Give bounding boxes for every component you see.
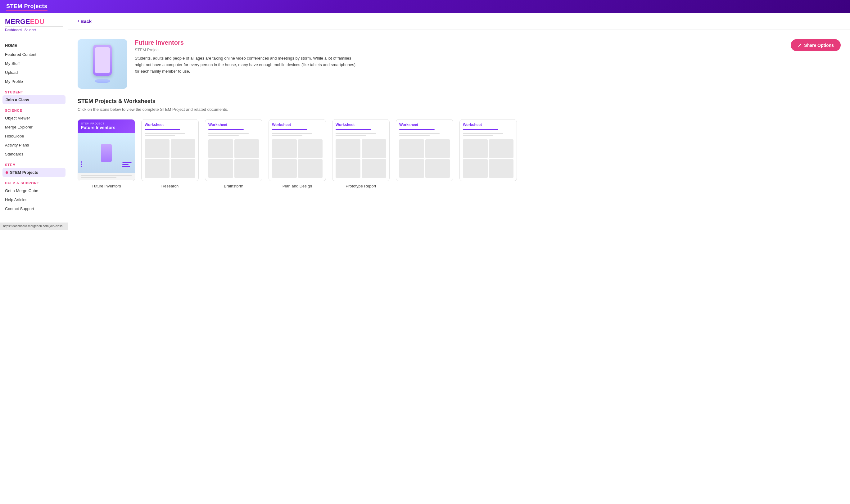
card-name-plan-design: Plan and Design bbox=[283, 184, 312, 188]
worksheets-grid: STEM PROJECT Future Inventors bbox=[77, 119, 841, 188]
sidebar-item-home[interactable]: HOME bbox=[0, 41, 68, 50]
stem-card-tag: STEM PROJECT bbox=[81, 122, 131, 125]
active-dot bbox=[5, 171, 8, 174]
card-future-inventors[interactable]: STEM PROJECT Future Inventors bbox=[77, 119, 135, 188]
section-label-science: SCIENCE bbox=[0, 104, 68, 113]
ws-label-6: Worksheet bbox=[463, 123, 513, 127]
ws-label-research: Worksheet bbox=[145, 123, 195, 127]
phone-illustration bbox=[93, 45, 112, 76]
section-label-help: HELP & SUPPORT bbox=[0, 177, 68, 186]
section-label-stem: STEM bbox=[0, 159, 68, 168]
sidebar-item-help-articles[interactable]: Help Articles bbox=[0, 195, 68, 204]
sidebar-item-my-stuff[interactable]: My Stuff bbox=[0, 59, 68, 68]
back-link[interactable]: ‹ Back bbox=[77, 18, 841, 24]
chevron-left-icon: ‹ bbox=[77, 18, 79, 24]
card-prototype-report[interactable]: Worksheet Prototype Repo bbox=[332, 119, 390, 188]
sidebar-item-contact-support[interactable]: Contact Support bbox=[0, 204, 68, 213]
sidebar-item-get-merge-cube[interactable]: Get a Merge Cube bbox=[0, 186, 68, 195]
card-name-brainstorm: Brainstorm bbox=[224, 184, 243, 188]
card-brainstorm[interactable]: Worksheet Brainstorm bbox=[205, 119, 262, 188]
ws-label-5: Worksheet bbox=[399, 123, 450, 127]
sidebar: MERGEEDU Dashboard | Student HOME Featur… bbox=[0, 13, 68, 504]
sidebar-item-my-profile[interactable]: My Profile bbox=[0, 77, 68, 86]
worksheets-section: STEM Projects & Worksheets Click on the … bbox=[68, 95, 850, 198]
logo-merge: MERGE bbox=[5, 18, 30, 25]
sidebar-item-stem-projects[interactable]: STEM Projects bbox=[2, 168, 66, 177]
ws-label-brainstorm: Worksheet bbox=[208, 123, 259, 127]
worksheets-subtitle: Click on the icons below to view the com… bbox=[77, 107, 841, 112]
logo-edu: EDU bbox=[30, 18, 45, 25]
stem-card-title: Future Inventors bbox=[81, 125, 131, 130]
ws-label-plan-design: Worksheet bbox=[272, 123, 322, 127]
logo: MERGEEDU Dashboard | Student bbox=[0, 13, 68, 34]
stem-card-phone-icon bbox=[101, 144, 112, 162]
card-worksheet-6[interactable]: Worksheet bbox=[459, 119, 517, 188]
card-name-prototype: Prototype Report bbox=[346, 184, 376, 188]
sidebar-item-featured-content[interactable]: Featured Content bbox=[0, 50, 68, 59]
project-category: STEM Project bbox=[135, 48, 841, 52]
card-name-research: Research bbox=[161, 184, 179, 188]
card-worksheet-5[interactable]: Worksheet bbox=[396, 119, 453, 188]
top-bar: STEM Projects bbox=[0, 0, 850, 13]
sidebar-item-activity-plans[interactable]: Activity Plans bbox=[0, 141, 68, 149]
share-icon: ↗ bbox=[798, 42, 801, 48]
top-bar-title: STEM Projects bbox=[6, 3, 48, 11]
card-plan-and-design[interactable]: Worksheet Plan and Desig bbox=[268, 119, 326, 188]
sidebar-item-upload[interactable]: Upload bbox=[0, 68, 68, 77]
section-label-student: STUDENT bbox=[0, 86, 68, 95]
sidebar-item-merge-explorer[interactable]: Merge Explorer bbox=[0, 123, 68, 131]
project-title: Future Inventors bbox=[135, 39, 841, 46]
back-bar: ‹ Back bbox=[68, 13, 850, 30]
section-label-home bbox=[0, 34, 68, 40]
share-button[interactable]: ↗ Share Options bbox=[791, 39, 841, 51]
ws-label-prototype: Worksheet bbox=[336, 123, 386, 127]
sidebar-url: https://dashboard.mergeedu.com/join-clas… bbox=[0, 222, 68, 230]
project-thumbnail bbox=[77, 39, 127, 89]
main-content: ‹ Back Future Inventors STEM Project Stu… bbox=[68, 13, 850, 504]
card-research[interactable]: Worksheet Research bbox=[141, 119, 199, 188]
project-info: Future Inventors STEM Project Students, … bbox=[135, 39, 841, 74]
sidebar-item-join-a-class[interactable]: Join a Class bbox=[2, 95, 66, 104]
sidebar-item-standards[interactable]: Standards bbox=[0, 149, 68, 159]
sidebar-item-object-viewer[interactable]: Object Viewer bbox=[0, 113, 68, 123]
project-header: Future Inventors STEM Project Students, … bbox=[68, 30, 850, 95]
worksheets-title: STEM Projects & Worksheets bbox=[77, 98, 841, 105]
card-name-future-inventors: Future Inventors bbox=[92, 184, 121, 188]
project-description: Students, adults and people of all ages … bbox=[135, 55, 358, 74]
logo-sub: Dashboard | Student bbox=[5, 26, 63, 32]
sidebar-item-hologlobe[interactable]: HoloGlobe bbox=[0, 131, 68, 141]
